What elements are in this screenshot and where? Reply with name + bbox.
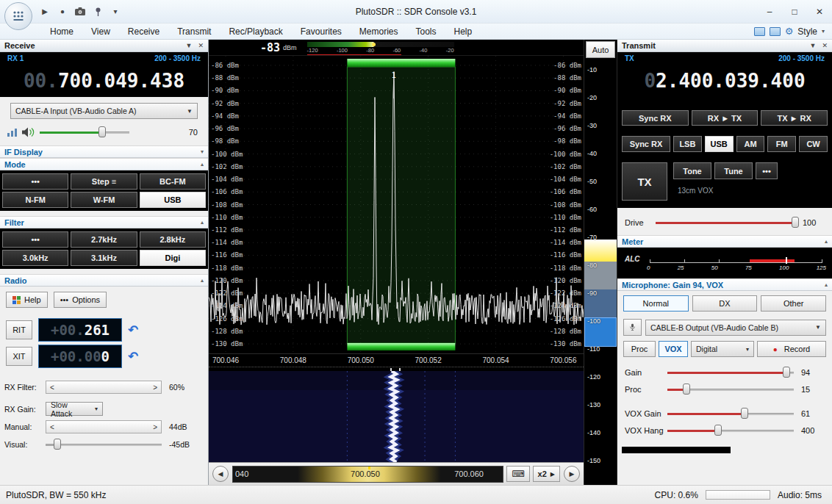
tx-to-rx-button[interactable]: TX ► RX: [761, 110, 828, 126]
xit-display[interactable]: +00.000: [38, 345, 122, 368]
mic-other-button[interactable]: Other: [761, 295, 826, 312]
drive-slider[interactable]: [656, 216, 795, 228]
sync-rx-button[interactable]: Sync RX: [622, 110, 689, 126]
minimize-button[interactable]: –: [757, 2, 782, 21]
tab-favourites[interactable]: Favourites: [292, 24, 351, 40]
close-button[interactable]: ✕: [807, 2, 832, 21]
rx-to-tx-button[interactable]: RX ► TX: [692, 110, 759, 126]
help-button[interactable]: Help: [6, 292, 48, 308]
filter-section-header[interactable]: Filter ▴: [0, 216, 208, 228]
meter-section-header[interactable]: Meter ▴: [617, 235, 832, 248]
mode-bcfm-button[interactable]: BC-FM: [140, 173, 206, 190]
zoom-button[interactable]: x2 ▶: [533, 466, 560, 482]
mode-usb-button[interactable]: USB: [140, 192, 206, 208]
mic-dx-button[interactable]: DX: [692, 295, 758, 312]
mode-section-header[interactable]: Mode ▴: [0, 158, 208, 170]
if-display-collapse-icon[interactable]: ▾: [201, 148, 204, 155]
camera-icon[interactable]: [73, 5, 87, 18]
vox-button[interactable]: VOX: [659, 341, 688, 357]
palette-block-yellow[interactable]: [584, 240, 617, 262]
tx-frequency-digits[interactable]: 2.400.039.400: [656, 70, 806, 92]
levels-icon[interactable]: [7, 128, 18, 137]
transmit-panel-close-icon[interactable]: ✕: [822, 42, 828, 49]
visual-gain-slider[interactable]: [46, 438, 162, 450]
tx-frequency-display[interactable]: 02.400.039.400: [617, 64, 832, 97]
mic-normal-button[interactable]: Normal: [623, 295, 689, 312]
sync-rx-mode-button[interactable]: Sync RX: [622, 136, 670, 152]
radio-collapse-icon[interactable]: ▴: [201, 277, 204, 284]
digital-select[interactable]: Digital ▾: [691, 341, 754, 357]
filter-2k8-button[interactable]: 2.8kHz: [140, 231, 206, 248]
style-gear-icon[interactable]: ⚙: [785, 26, 794, 37]
filter-digi-button[interactable]: Digi: [140, 250, 206, 266]
radio-section-header[interactable]: Radio ▴: [0, 274, 208, 287]
spinner-left-icon[interactable]: <: [50, 423, 54, 431]
tx-more-button[interactable]: •••: [756, 162, 778, 179]
tab-help[interactable]: Help: [445, 24, 481, 40]
receive-panel-close-icon[interactable]: ✕: [198, 42, 204, 49]
tune-button[interactable]: Tune: [714, 162, 753, 179]
app-menu-orb[interactable]: [4, 2, 32, 30]
spectrum-plot[interactable]: 1-86 dBm-86 dBm-88 dBm-88 dBm-90 dBm-90 …: [209, 56, 584, 353]
xit-button[interactable]: XIT: [6, 347, 32, 366]
pin-icon[interactable]: [91, 5, 104, 18]
auto-scale-button[interactable]: Auto: [586, 41, 615, 58]
record-button[interactable]: ● Record: [757, 341, 826, 357]
waterfall-display[interactable]: [209, 371, 584, 462]
gain-slider[interactable]: [667, 366, 794, 378]
spinner-right-icon[interactable]: >: [153, 423, 157, 431]
qat-dropdown-icon[interactable]: ▾: [109, 5, 122, 18]
proc-button[interactable]: Proc: [623, 341, 656, 357]
filter-collapse-icon[interactable]: ▴: [201, 219, 204, 226]
style-menu[interactable]: Style: [797, 26, 817, 37]
microphone-button[interactable]: [623, 319, 642, 336]
tab-receive[interactable]: Receive: [119, 24, 168, 40]
xit-undo-icon[interactable]: ↶: [128, 349, 138, 364]
rit-button[interactable]: RIT: [6, 320, 32, 339]
filter-2k7-button[interactable]: 2.7kHz: [71, 231, 137, 248]
mode-collapse-icon[interactable]: ▴: [201, 161, 204, 168]
rit-display[interactable]: +00.261: [38, 318, 122, 342]
rx-frequency-dim-digits[interactable]: 00.: [24, 70, 58, 92]
style-caret-icon[interactable]: ▾: [822, 28, 825, 35]
mode-nfm-button[interactable]: N-FM: [2, 192, 68, 208]
tx-mode-fm-button[interactable]: FM: [767, 136, 796, 152]
record-icon[interactable]: ●: [56, 5, 69, 18]
rx-frequency-digits[interactable]: 700.049.438: [58, 70, 184, 92]
tab-view[interactable]: View: [82, 24, 119, 40]
monitor-icon-2[interactable]: [770, 27, 781, 36]
mode-step-button[interactable]: Step ≡: [71, 173, 137, 190]
tab-transmit[interactable]: Transmit: [168, 24, 220, 40]
tx-mode-cw-button[interactable]: CW: [799, 136, 828, 152]
mode-more-button[interactable]: •••: [2, 173, 68, 190]
tx-frequency-dim-digits[interactable]: 0: [644, 70, 656, 92]
tx-output-device-select[interactable]: CABLE-B Output (VB-Audio Cable B) ▼: [645, 320, 826, 336]
meter-collapse-icon[interactable]: ▴: [825, 238, 828, 245]
vox-gain-slider[interactable]: [667, 407, 794, 420]
rx-frequency-display[interactable]: 00.700.049.438: [0, 64, 208, 97]
tab-home[interactable]: Home: [41, 24, 82, 40]
transmit-panel-collapse-icon[interactable]: ▼: [810, 42, 817, 49]
monitor-icon[interactable]: [754, 27, 765, 36]
rx-filter-spinner[interactable]: < >: [46, 381, 162, 394]
spinner-left-icon[interactable]: <: [50, 384, 54, 392]
tone-button[interactable]: Tone: [673, 162, 711, 179]
nav-right-icon[interactable]: ▶: [564, 466, 580, 482]
keyboard-entry-button[interactable]: ⌨: [506, 466, 529, 482]
tx-mode-am-button[interactable]: AM: [736, 136, 765, 152]
volume-slider[interactable]: [40, 126, 129, 138]
speaker-icon[interactable]: [22, 127, 35, 137]
if-display-section-header[interactable]: IF Display ▾: [0, 145, 208, 158]
band-overview-strip[interactable]: 040 700.050 700.060: [232, 466, 503, 483]
receive-panel-collapse-icon[interactable]: ▼: [186, 42, 193, 49]
tab-rec-playback[interactable]: Rec/Playback: [220, 24, 291, 40]
maximize-button[interactable]: □: [782, 2, 807, 21]
rit-undo-icon[interactable]: ↶: [128, 323, 138, 338]
filter-more-button[interactable]: •••: [2, 231, 68, 248]
rx-input-device-select[interactable]: CABLE-A Input (VB-Audio Cable A) ▼: [10, 103, 198, 119]
tab-memories[interactable]: Memories: [351, 24, 407, 40]
rx-gain-select[interactable]: Slow Attack ▾: [46, 402, 103, 416]
waterfall-separator[interactable]: [209, 367, 584, 371]
tx-mode-lsb-button[interactable]: LSB: [673, 136, 702, 152]
options-button[interactable]: ••• Options: [54, 292, 107, 308]
